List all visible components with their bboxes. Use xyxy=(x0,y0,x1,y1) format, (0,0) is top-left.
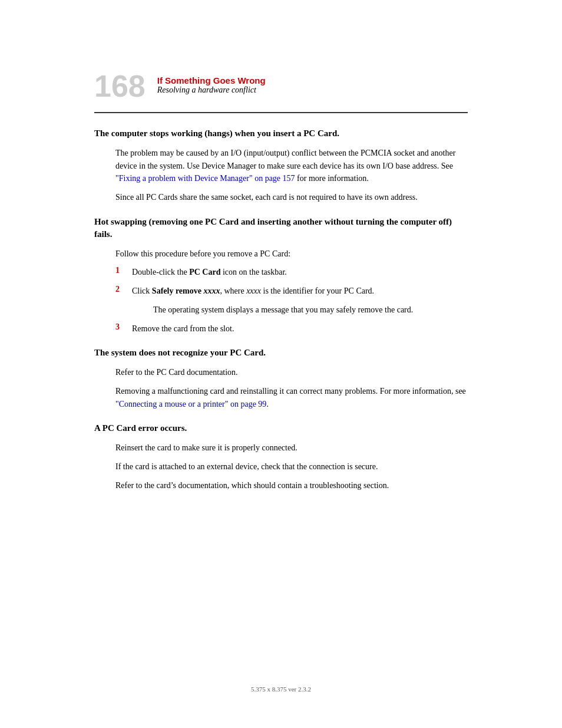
step-3-number: 3 xyxy=(115,322,125,332)
header-text: If Something Goes Wrong Resolving a hard… xyxy=(157,71,266,95)
step-3-text: Remove the card from the slot. xyxy=(132,322,468,335)
step-2-text: Click Safely remove xxxx, where xxxx is … xyxy=(132,285,468,298)
page-number: 168 xyxy=(94,71,146,101)
step-2-subtext: The operating system displays a message … xyxy=(153,304,468,317)
step-2-number: 2 xyxy=(115,285,125,294)
step-2: 2 Click Safely remove xxxx, where xxxx i… xyxy=(115,285,468,298)
step-1-number: 1 xyxy=(115,266,125,275)
section-hot-swap: Hot swapping (removing one PC Card and i… xyxy=(94,216,468,335)
section-not-recognize: The system does not recognize your PC Ca… xyxy=(94,347,468,410)
step-1: 1 Double-click the PC Card icon on the t… xyxy=(115,266,468,279)
device-manager-link[interactable]: "Fixing a problem with Device Manager" o… xyxy=(115,174,295,183)
section-heading-notrecognize: The system does not recognize your PC Ca… xyxy=(94,347,468,359)
hotswap-intro: Follow this procedure before you remove … xyxy=(115,248,468,261)
para-error-1: Reinsert the card to make sure it is pro… xyxy=(115,442,468,454)
section-computer-hangs: The computer stops working (hangs) when … xyxy=(94,127,468,204)
step-1-text: Double-click the PC Card icon on the tas… xyxy=(132,266,468,279)
para-error-3: Refer to the card’s documentation, which… xyxy=(115,479,468,492)
step-3: 3 Remove the card from the slot. xyxy=(115,322,468,335)
connecting-mouse-link[interactable]: "Connecting a mouse or a printer" on pag… xyxy=(115,400,266,409)
section-heading-error: A PC Card error occurs. xyxy=(94,422,468,434)
chapter-title: If Something Goes Wrong xyxy=(157,75,266,85)
section-heading-hotswap: Hot swapping (removing one PC Card and i… xyxy=(94,216,468,241)
section-pc-card-error: A PC Card error occurs. Reinsert the car… xyxy=(94,422,468,492)
para-notrecognize-1: Refer to the PC Card documentation. xyxy=(115,366,468,379)
main-content: The computer stops working (hangs) when … xyxy=(0,113,562,527)
hotswap-steps: 1 Double-click the PC Card icon on the t… xyxy=(115,266,468,335)
page-header: 168 If Something Goes Wrong Resolving a … xyxy=(0,0,562,112)
para-hangs-1: The problem may be caused by an I/O (inp… xyxy=(115,147,468,185)
para-hangs-2: Since all PC Cards share the same socket… xyxy=(115,191,468,204)
footer-text: 5.375 x 8.375 ver 2.3.2 xyxy=(251,686,311,693)
section-subtitle: Resolving a hardware conflict xyxy=(157,85,266,95)
para-error-2: If the card is attached to an external d… xyxy=(115,460,468,473)
section-heading-hangs: The computer stops working (hangs) when … xyxy=(94,127,468,140)
page-footer: 5.375 x 8.375 ver 2.3.2 xyxy=(0,686,562,693)
page: 168 If Something Goes Wrong Resolving a … xyxy=(0,0,562,728)
para-notrecognize-2: Removing a malfunctioning card and reins… xyxy=(115,385,468,410)
